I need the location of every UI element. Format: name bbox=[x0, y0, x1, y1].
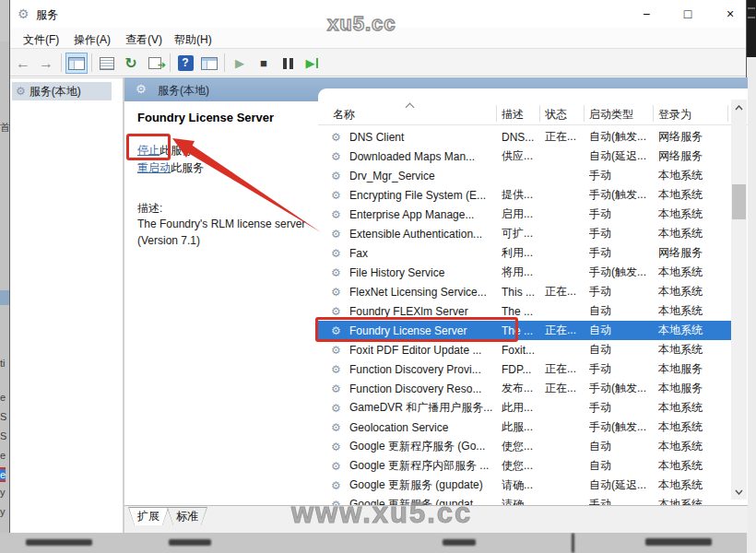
table-row[interactable]: ⚙Function Discovery Provi...FDP...正在...手… bbox=[318, 359, 732, 379]
services-rows: ⚙DNS ClientDNS...正在...自动(触发...网络服务⚙Downl… bbox=[318, 127, 732, 505]
service-logon-as: 本地系统 bbox=[658, 206, 732, 222]
service-logon-as: 本地系统 bbox=[658, 265, 732, 280]
service-gear-icon: ⚙ bbox=[331, 479, 349, 492]
table-row[interactable]: ⚙Extensible Authentication...可扩...手动本地系统 bbox=[318, 224, 732, 243]
background-text-fragment: e bbox=[0, 392, 6, 403]
column-header-desc[interactable]: 描述 bbox=[502, 107, 524, 123]
stop-service-button[interactable]: ■ bbox=[253, 53, 275, 74]
service-name: Foxit PDF Editor Update ... bbox=[349, 344, 502, 357]
service-description: 启用... bbox=[502, 206, 545, 222]
tab-standard[interactable]: 标准 bbox=[167, 507, 207, 525]
service-startup-type: 手动(触发... bbox=[589, 419, 658, 435]
export-list-button[interactable]: ➔ bbox=[144, 53, 166, 74]
toolbar-separator bbox=[224, 53, 225, 72]
menu-file[interactable]: 文件(F) bbox=[18, 30, 65, 50]
extended-pane-button[interactable] bbox=[198, 53, 220, 74]
service-name: Geolocation Service bbox=[349, 421, 502, 434]
column-header-startup[interactable]: 启动类型 bbox=[589, 107, 633, 123]
tree-item-services-local[interactable]: ⚙ 服务(本地) bbox=[12, 82, 112, 100]
table-row[interactable]: ⚙FlexNet Licensing Service...This ...正在.… bbox=[318, 282, 732, 301]
table-row[interactable]: ⚙Google 更新服务 (gupdate)请确...自动(延迟...本地系统 bbox=[318, 476, 732, 495]
table-row[interactable]: ⚙Function Discovery Reso...发布...正在...手动(… bbox=[318, 379, 732, 398]
column-header-name[interactable]: 名称 bbox=[333, 107, 355, 123]
background-window-bottom-fragment bbox=[0, 533, 756, 553]
forward-arrow-icon: → bbox=[39, 55, 53, 72]
service-name: Drv_Mgr_Service bbox=[349, 170, 502, 182]
scroll-up-icon[interactable] bbox=[731, 100, 747, 115]
service-logon-as: 本地系统 bbox=[658, 458, 732, 474]
table-row[interactable]: ⚙File History Service将用...手动(触发...本地系统 bbox=[318, 263, 732, 282]
back-arrow-icon: ← bbox=[16, 55, 30, 72]
pause-icon bbox=[283, 58, 293, 69]
service-description: This ... bbox=[502, 286, 545, 299]
column-separator[interactable] bbox=[539, 105, 540, 122]
minimize-button[interactable]: − bbox=[632, 4, 660, 24]
service-gear-icon: ⚙ bbox=[331, 266, 349, 279]
service-name: File History Service bbox=[349, 266, 502, 279]
service-gear-icon: ⚙ bbox=[331, 286, 349, 299]
services-gear-icon: ⚙ bbox=[18, 6, 30, 21]
restart-service-button[interactable]: ▶ bbox=[301, 53, 323, 74]
table-row[interactable]: ⚙Google 更新程序服务 (Go...使您...自动本地系统 bbox=[318, 437, 732, 456]
column-separator[interactable] bbox=[653, 105, 654, 122]
service-startup-type: 自动(触发... bbox=[589, 129, 658, 145]
refresh-button[interactable]: ↻ bbox=[120, 53, 142, 74]
service-gear-icon: ⚙ bbox=[331, 402, 349, 415]
window-title: 服务 bbox=[36, 7, 58, 23]
table-row[interactable]: ⚙Geolocation Service此服...手动(触发...本地系统 bbox=[318, 418, 732, 437]
service-gear-icon: ⚙ bbox=[331, 344, 349, 357]
service-description: 将用... bbox=[502, 265, 545, 280]
table-row[interactable]: ⚙Foxit PDF Editor Update ...Foxit...自动本地… bbox=[318, 340, 732, 359]
background-text-fragment: e bbox=[0, 450, 6, 461]
menu-view[interactable]: 查看(V) bbox=[120, 30, 168, 50]
background-text-fragment: S bbox=[0, 411, 6, 422]
service-startup-type: 自动 bbox=[589, 323, 658, 338]
tab-extended[interactable]: 扩展 bbox=[128, 507, 169, 525]
services-window: ⚙ 服务 − □ × 文件(F) 操作(A) 查看(V) 帮助(H) ← → ↻… bbox=[9, 0, 747, 533]
table-row[interactable]: ⚙DNS ClientDNS...正在...自动(触发...网络服务 bbox=[318, 127, 732, 147]
service-startup-type: 手动(触发... bbox=[589, 265, 658, 280]
background-text-fragment: y bbox=[0, 506, 6, 517]
table-row[interactable]: ⚙Google 更新程序内部服务 ...使您...自动本地系统 bbox=[318, 456, 732, 476]
scroll-down-icon[interactable] bbox=[731, 484, 747, 500]
table-row[interactable]: ⚙Drv_Mgr_Service手动本地系统 bbox=[318, 166, 732, 185]
service-name: Google 更新服务 (gupdate) bbox=[349, 477, 502, 493]
restart-service-link[interactable]: 重启动 bbox=[137, 161, 171, 174]
column-separator[interactable] bbox=[584, 105, 585, 122]
column-header-status[interactable]: 状态 bbox=[545, 107, 567, 123]
properties-button[interactable] bbox=[96, 53, 118, 74]
service-name: Enterprise App Manage... bbox=[349, 208, 502, 221]
start-service-button[interactable]: ▶ bbox=[229, 53, 251, 74]
table-row[interactable]: ⚙Enterprise App Manage...启用...手动本地系统 bbox=[318, 205, 732, 224]
maximize-button[interactable]: □ bbox=[674, 4, 702, 24]
column-separator[interactable] bbox=[496, 105, 497, 122]
service-startup-type: 手动 bbox=[589, 284, 658, 300]
help-button[interactable]: ? bbox=[174, 53, 196, 74]
table-row[interactable]: ⚙Downloaded Maps Man...供应...自动(延迟...网络服务 bbox=[318, 147, 732, 166]
menu-help[interactable]: 帮助(H) bbox=[169, 30, 218, 50]
service-description: 使您... bbox=[502, 439, 545, 454]
background-divider-smudge bbox=[572, 533, 574, 553]
show-console-tree-button[interactable] bbox=[65, 53, 88, 74]
menu-action[interactable]: 操作(A) bbox=[68, 30, 116, 50]
service-name: Google 更新程序内部服务 ... bbox=[349, 458, 502, 474]
forward-button[interactable]: → bbox=[35, 53, 57, 74]
service-logon-as: 本地系统 bbox=[658, 226, 732, 241]
watermark-top: xu5.cc bbox=[327, 12, 396, 36]
refresh-icon: ↻ bbox=[124, 54, 136, 72]
table-row[interactable]: ⚙Encrypting File System (E...提供...手动(触发.… bbox=[318, 185, 732, 205]
service-status: 正在... bbox=[545, 129, 589, 145]
scrollbar-thumb[interactable] bbox=[732, 184, 746, 219]
vertical-scrollbar[interactable] bbox=[731, 100, 747, 500]
column-header-logon[interactable]: 登录为 bbox=[658, 107, 691, 123]
annotation-box-stop-link bbox=[126, 134, 171, 160]
pause-service-button[interactable] bbox=[277, 53, 299, 74]
table-row[interactable]: ⚙GameDVR 和广播用户服务...此用...手动本地系统 bbox=[318, 398, 732, 418]
column-separator[interactable] bbox=[727, 105, 728, 122]
table-row[interactable]: ⚙Fax利用...手动网络服务 bbox=[318, 243, 732, 263]
service-description: 此用... bbox=[502, 400, 545, 416]
back-button[interactable]: ← bbox=[12, 53, 34, 74]
service-gear-icon: ⚙ bbox=[331, 305, 349, 318]
close-button[interactable]: × bbox=[716, 4, 744, 24]
annotation-box-selected-service bbox=[315, 317, 518, 342]
